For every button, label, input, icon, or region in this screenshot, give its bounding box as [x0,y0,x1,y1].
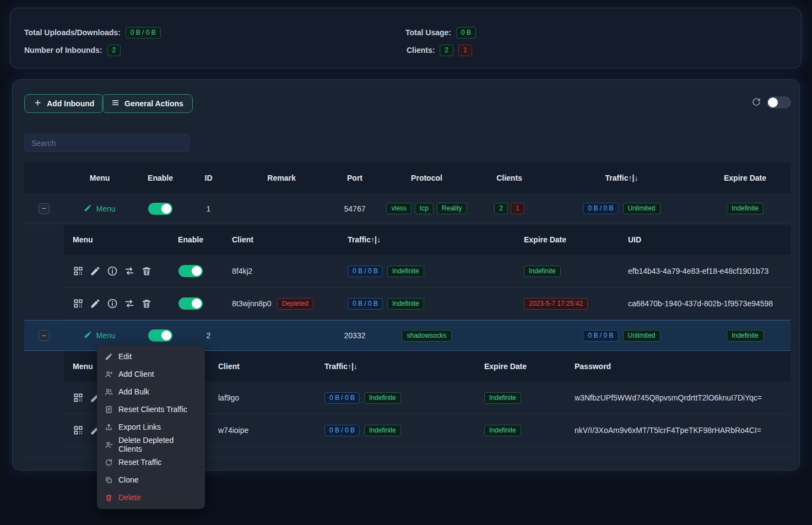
client-enable-toggle[interactable] [178,265,203,277]
export-links-icon [105,423,113,431]
qr-code-icon[interactable] [73,425,84,436]
add-client-icon [105,370,113,378]
menu-item-add-bulk[interactable]: Add Bulk [97,383,205,400]
enable-toggle[interactable] [148,203,172,215]
qr-code-icon[interactable] [73,392,84,403]
pencil-icon [84,331,92,340]
expire-badge: Indefinite [727,330,764,342]
sub-header-traffic-sort[interactable]: Traffic↑|↓ [331,235,491,244]
header-traffic-sort[interactable]: Traffic↑|↓ [544,174,700,182]
traffic-badge: 0 B / 0 B [348,298,383,310]
stat-clients-depleted-badge: 1 [458,45,472,56]
sub-header-traffic-sort[interactable]: Traffic↑|↓ [315,362,474,371]
traffic-limit-badge: Unlimited [623,330,661,342]
edit-client-icon[interactable] [90,298,101,309]
stat-usage-value-badge: 0 B [456,27,476,39]
client-name: 8f4kj2 [232,267,252,275]
menu-item-label: Reset Clients Traffic [118,405,187,414]
info-icon[interactable] [107,266,118,277]
header-clients: Clients [475,174,544,182]
menu-item-edit[interactable]: Edit [97,348,205,365]
stat-clients-active-badge: 2 [440,45,453,56]
sub-header-uid: UID [626,235,791,244]
protocol-badge: vless [386,203,411,214]
edit-icon [105,353,113,361]
menu-item-label: Add Bulk [118,387,149,396]
inbound-menu-button[interactable]: Menu [84,331,115,340]
menu-item-add-client[interactable]: Add Client [97,365,205,383]
inbound-protocol: shadowsocks [378,330,475,342]
inbound-menu-button[interactable]: Menu [84,204,115,214]
toggle-knob [192,266,202,276]
collapse-button[interactable]: − [39,330,50,341]
delete-client-icon[interactable] [141,298,152,309]
client-name: laf9go [218,393,239,402]
stat-inbounds-value-badge: 2 [107,45,121,56]
plus-icon [34,99,42,109]
delete-icon [105,494,113,502]
protocol-badge: tcp [415,203,434,214]
clients-subtable-1: Menu Enable Client Traffic↑|↓ Expire Dat… [64,224,791,320]
depleted-badge: Depleted [277,298,313,310]
sub-header-expire: Expire Date [491,235,626,244]
client-password: nkV/I/3XoAm9v6xMT/T5lcrF4TpeTKF98rHARbRo… [568,426,791,435]
qr-code-icon[interactable] [73,266,84,277]
reset-traffic-icon[interactable] [124,266,135,277]
client-enable-toggle[interactable] [178,297,203,310]
client-password: w3NfbzUPf5WWd745Q8pvsmQrdrttT2lO6knuI7Di… [568,393,791,402]
reset-clients-traffic-icon [105,405,113,414]
sub-header-client: Client [215,235,331,244]
edit-client-icon[interactable] [90,266,101,277]
delete-depleted-clients-icon [105,441,113,449]
search-input[interactable] [24,134,190,152]
pencil-icon [84,204,92,214]
menu-item-export-links[interactable]: Export Links [97,418,205,436]
traffic-duration-badge: Indefinite [387,266,424,277]
toggle-knob [161,331,171,340]
qr-code-icon[interactable] [73,298,84,309]
menu-item-clone[interactable]: Clone [97,471,205,489]
protocol-badge: Reality [437,203,467,214]
menu-item-delete[interactable]: Delete [97,489,205,506]
menu-lines-icon [111,99,120,109]
clients-depleted-badge: 1 [511,203,524,214]
stat-uploads-label: Total Uploads/Downloads: [24,28,121,37]
refresh-icon[interactable] [751,97,761,107]
traffic-limit-badge: Unlimited [623,203,661,214]
sub-header-expire: Expire Date [474,362,568,371]
inbound-expire: Indefinite [700,203,791,214]
header-protocol: Protocol [378,174,475,182]
info-icon[interactable] [107,298,118,309]
enable-toggle[interactable] [148,329,172,342]
clone-icon [105,476,113,484]
traffic-badge: 0 B / 0 B [583,203,618,214]
toggle-knob [192,299,202,308]
delete-client-icon[interactable] [141,266,152,277]
traffic-duration-badge: Indefinite [364,392,401,404]
menu-item-label: Export Links [118,423,161,431]
general-actions-label: General Actions [124,99,183,108]
add-inbound-button[interactable]: Add Inbound [24,94,104,113]
general-actions-button[interactable]: General Actions [102,94,193,113]
stat-total-usage: Total Usage: 0 B [405,26,476,39]
inbound-context-menu: Edit Add Client Add Bulk Reset Clients T… [97,345,205,509]
reset-traffic-icon[interactable] [124,298,135,309]
table-header-row: Menu Enable ID Remark Port Protocol Clie… [24,163,791,193]
dark-mode-toggle[interactable] [767,96,791,109]
sub-header-password: Password [568,362,791,371]
clients-active-badge: 2 [494,203,508,214]
client-row: 8t3wjnn8p0 Depleted 0 B / 0 B Indefinite… [64,288,791,320]
inbound-port: 54767 [331,204,378,213]
expire-badge: 2023-5-7 17:25:42 [524,298,588,310]
menu-item-reset-traffic[interactable]: Reset Traffic [97,453,205,471]
expire-badge: Indefinite [484,425,521,436]
menu-item-delete-depleted-clients[interactable]: Delete Depleted Clients [97,436,205,453]
menu-item-label: Edit [118,352,132,361]
collapse-button[interactable]: − [39,203,50,214]
stat-inbounds-label: Number of Inbounds: [24,46,102,55]
inbound-row-1: − Menu 1 54767 vless tcp Reality 2 1 0 [24,193,791,224]
inbound-traffic: 0 B / 0 B Unlimited [544,203,700,214]
header-expire-date: Expire Date [700,174,791,182]
menu-item-reset-clients-traffic[interactable]: Reset Clients Traffic [97,400,205,418]
traffic-badge: 0 B / 0 B [324,425,360,436]
